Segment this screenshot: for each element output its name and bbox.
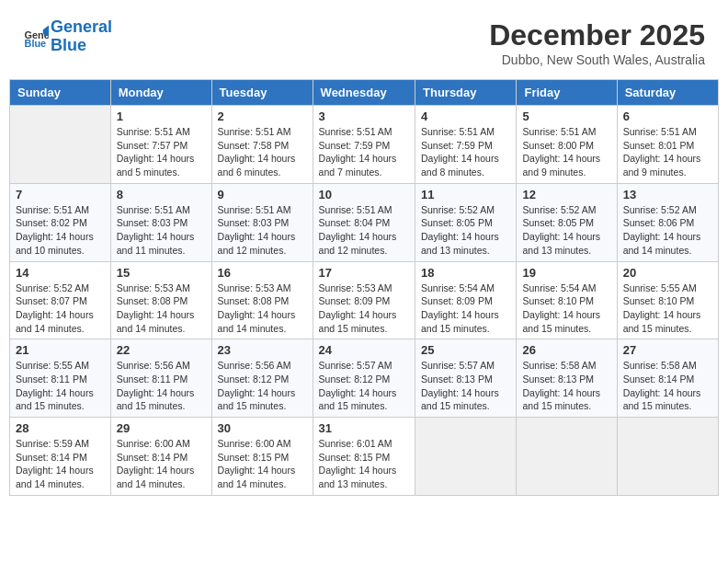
day-number: 7 — [16, 188, 105, 201]
calendar-cell: 6Sunrise: 5:51 AMSunset: 8:01 PMDaylight… — [617, 106, 718, 184]
day-detail: Sunrise: 5:53 AMSunset: 8:08 PMDaylight:… — [117, 282, 206, 336]
day-number: 18 — [421, 266, 510, 280]
calendar-week-row: 7Sunrise: 5:51 AMSunset: 8:02 PMDaylight… — [10, 183, 719, 261]
day-detail: Sunrise: 5:53 AMSunset: 8:08 PMDaylight:… — [218, 282, 307, 336]
day-detail: Sunrise: 5:56 AMSunset: 8:12 PMDaylight:… — [218, 359, 307, 413]
day-detail: Sunrise: 5:54 AMSunset: 8:10 PMDaylight:… — [522, 282, 610, 336]
day-of-week-header: Friday — [517, 80, 617, 106]
day-number: 31 — [319, 421, 409, 435]
day-detail: Sunrise: 5:56 AMSunset: 8:11 PMDaylight:… — [117, 359, 206, 413]
day-detail: Sunrise: 5:51 AMSunset: 8:00 PMDaylight:… — [522, 125, 610, 179]
location-subtitle: Dubbo, New South Wales, Australia — [489, 52, 705, 67]
svg-text:Blue: Blue — [25, 38, 47, 49]
logo: General Blue GeneralBlue — [23, 18, 112, 55]
calendar-table: SundayMondayTuesdayWednesdayThursdayFrid… — [9, 79, 719, 496]
logo-icon: General Blue — [23, 24, 49, 50]
calendar-cell: 5Sunrise: 5:51 AMSunset: 8:00 PMDaylight… — [517, 106, 617, 184]
day-number: 8 — [117, 188, 206, 201]
calendar-cell: 31Sunrise: 6:01 AMSunset: 8:15 PMDayligh… — [313, 418, 415, 496]
calendar-cell: 19Sunrise: 5:54 AMSunset: 8:10 PMDayligh… — [517, 261, 617, 339]
title-block: December 2025 Dubbo, New South Wales, Au… — [489, 18, 705, 67]
calendar-week-row: 28Sunrise: 5:59 AMSunset: 8:14 PMDayligh… — [10, 418, 719, 496]
day-of-week-header: Thursday — [415, 80, 517, 106]
calendar-cell — [10, 106, 111, 184]
day-detail: Sunrise: 5:55 AMSunset: 8:11 PMDaylight:… — [16, 359, 105, 413]
day-detail: Sunrise: 5:52 AMSunset: 8:06 PMDaylight:… — [623, 203, 712, 258]
day-number: 12 — [522, 188, 610, 201]
day-detail: Sunrise: 6:00 AMSunset: 8:15 PMDaylight:… — [218, 437, 307, 491]
day-number: 14 — [16, 266, 105, 280]
day-detail: Sunrise: 5:51 AMSunset: 8:03 PMDaylight:… — [218, 203, 307, 258]
day-detail: Sunrise: 6:01 AMSunset: 8:15 PMDaylight:… — [319, 437, 409, 491]
calendar-header-row: SundayMondayTuesdayWednesdayThursdayFrid… — [10, 80, 719, 106]
calendar-cell: 27Sunrise: 5:58 AMSunset: 8:14 PMDayligh… — [617, 339, 718, 418]
calendar-cell: 14Sunrise: 5:52 AMSunset: 8:07 PMDayligh… — [10, 261, 111, 339]
day-number: 6 — [623, 109, 712, 123]
calendar-week-row: 1Sunrise: 5:51 AMSunset: 7:57 PMDaylight… — [10, 106, 719, 184]
day-detail: Sunrise: 5:51 AMSunset: 7:57 PMDaylight:… — [117, 125, 206, 179]
day-number: 29 — [117, 421, 206, 435]
day-detail: Sunrise: 5:51 AMSunset: 7:59 PMDaylight:… — [319, 125, 409, 179]
calendar-cell: 1Sunrise: 5:51 AMSunset: 7:57 PMDaylight… — [110, 106, 211, 184]
day-number: 26 — [522, 343, 610, 357]
day-detail: Sunrise: 5:51 AMSunset: 8:02 PMDaylight:… — [16, 203, 105, 258]
day-number: 22 — [117, 343, 206, 357]
calendar-cell: 20Sunrise: 5:55 AMSunset: 8:10 PMDayligh… — [617, 261, 718, 339]
day-number: 1 — [117, 109, 206, 123]
day-number: 27 — [623, 343, 712, 357]
day-of-week-header: Monday — [110, 80, 211, 106]
day-number: 24 — [319, 343, 409, 357]
calendar-cell: 10Sunrise: 5:51 AMSunset: 8:04 PMDayligh… — [313, 183, 415, 261]
calendar-cell: 9Sunrise: 5:51 AMSunset: 8:03 PMDaylight… — [211, 183, 313, 261]
day-number: 20 — [623, 266, 712, 280]
day-detail: Sunrise: 5:52 AMSunset: 8:05 PMDaylight:… — [522, 203, 610, 258]
day-detail: Sunrise: 5:59 AMSunset: 8:14 PMDaylight:… — [16, 437, 105, 491]
calendar-cell: 30Sunrise: 6:00 AMSunset: 8:15 PMDayligh… — [211, 418, 313, 496]
day-number: 28 — [16, 421, 105, 435]
day-number: 10 — [319, 188, 409, 201]
calendar-cell: 16Sunrise: 5:53 AMSunset: 8:08 PMDayligh… — [211, 261, 313, 339]
day-detail: Sunrise: 5:55 AMSunset: 8:10 PMDaylight:… — [623, 282, 712, 336]
logo-text: GeneralBlue — [51, 18, 112, 55]
calendar-cell: 23Sunrise: 5:56 AMSunset: 8:12 PMDayligh… — [211, 339, 313, 418]
day-number: 17 — [319, 266, 409, 280]
calendar-cell: 22Sunrise: 5:56 AMSunset: 8:11 PMDayligh… — [110, 339, 211, 418]
calendar-week-row: 14Sunrise: 5:52 AMSunset: 8:07 PMDayligh… — [10, 261, 719, 339]
calendar-cell: 11Sunrise: 5:52 AMSunset: 8:05 PMDayligh… — [415, 183, 517, 261]
calendar-cell: 8Sunrise: 5:51 AMSunset: 8:03 PMDaylight… — [110, 183, 211, 261]
day-number: 19 — [522, 266, 610, 280]
day-number: 30 — [218, 421, 307, 435]
day-detail: Sunrise: 5:54 AMSunset: 8:09 PMDaylight:… — [421, 282, 510, 336]
calendar-cell: 3Sunrise: 5:51 AMSunset: 7:59 PMDaylight… — [313, 106, 415, 184]
calendar-cell: 24Sunrise: 5:57 AMSunset: 8:12 PMDayligh… — [313, 339, 415, 418]
calendar-cell: 18Sunrise: 5:54 AMSunset: 8:09 PMDayligh… — [415, 261, 517, 339]
calendar-cell — [415, 418, 517, 496]
day-detail: Sunrise: 5:53 AMSunset: 8:09 PMDaylight:… — [319, 282, 409, 336]
day-detail: Sunrise: 5:57 AMSunset: 8:12 PMDaylight:… — [319, 359, 409, 413]
day-number: 5 — [522, 109, 610, 123]
day-number: 15 — [117, 266, 206, 280]
calendar-week-row: 21Sunrise: 5:55 AMSunset: 8:11 PMDayligh… — [10, 339, 719, 418]
calendar-cell: 2Sunrise: 5:51 AMSunset: 7:58 PMDaylight… — [211, 106, 313, 184]
day-detail: Sunrise: 5:51 AMSunset: 8:04 PMDaylight:… — [319, 203, 409, 258]
day-detail: Sunrise: 5:58 AMSunset: 8:13 PMDaylight:… — [522, 359, 610, 413]
day-number: 23 — [218, 343, 307, 357]
day-number: 11 — [421, 188, 510, 201]
day-detail: Sunrise: 5:51 AMSunset: 8:03 PMDaylight:… — [117, 203, 206, 258]
calendar-cell: 29Sunrise: 6:00 AMSunset: 8:14 PMDayligh… — [110, 418, 211, 496]
day-number: 4 — [421, 109, 510, 123]
day-detail: Sunrise: 5:52 AMSunset: 8:05 PMDaylight:… — [421, 203, 510, 258]
calendar-cell — [617, 418, 718, 496]
day-detail: Sunrise: 6:00 AMSunset: 8:14 PMDaylight:… — [117, 437, 206, 491]
calendar-cell: 25Sunrise: 5:57 AMSunset: 8:13 PMDayligh… — [415, 339, 517, 418]
day-detail: Sunrise: 5:51 AMSunset: 7:59 PMDaylight:… — [421, 125, 510, 179]
calendar-cell: 17Sunrise: 5:53 AMSunset: 8:09 PMDayligh… — [313, 261, 415, 339]
calendar-cell: 13Sunrise: 5:52 AMSunset: 8:06 PMDayligh… — [617, 183, 718, 261]
calendar-cell: 21Sunrise: 5:55 AMSunset: 8:11 PMDayligh… — [10, 339, 111, 418]
day-detail: Sunrise: 5:51 AMSunset: 8:01 PMDaylight:… — [623, 125, 712, 179]
day-number: 2 — [218, 109, 307, 123]
day-detail: Sunrise: 5:52 AMSunset: 8:07 PMDaylight:… — [16, 282, 105, 336]
calendar-cell: 28Sunrise: 5:59 AMSunset: 8:14 PMDayligh… — [10, 418, 111, 496]
day-detail: Sunrise: 5:58 AMSunset: 8:14 PMDaylight:… — [623, 359, 712, 413]
day-of-week-header: Saturday — [617, 80, 718, 106]
